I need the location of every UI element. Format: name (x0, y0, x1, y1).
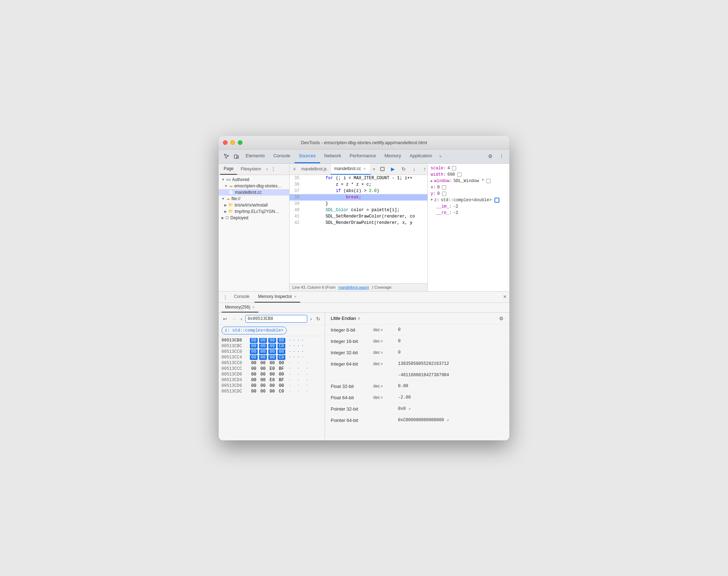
resume-script-btn[interactable]: ▶ (388, 164, 398, 174)
step-over-btn[interactable]: ↻ (399, 164, 409, 174)
tree-item-emscripten[interactable]: ▼ ☁ emscripten-dbg-stories… (219, 183, 289, 189)
arrow-icon: ▼ (222, 197, 225, 201)
float64-format-select[interactable]: dec ∨ (373, 395, 398, 400)
tab-console-bottom[interactable]: Console (230, 292, 253, 303)
status-link[interactable]: mandelbrot.wasm (338, 285, 369, 289)
memory-icon-scale[interactable] (452, 166, 456, 170)
device-toggle-btn[interactable] (231, 151, 241, 161)
int16-format-select[interactable]: dec ∨ (373, 339, 398, 344)
format-btn[interactable] (377, 164, 387, 174)
mem-row-int64-2: -4611686018427387904 (325, 370, 509, 381)
code-editor-panel: ≡ mandelbrot.js mandelbrot.cc × » (290, 164, 428, 291)
tab-mandelbrot-cc[interactable]: mandelbrot.cc × (331, 164, 371, 175)
inspect-element-btn[interactable] (222, 151, 231, 161)
more-tabs-button[interactable]: » (436, 154, 444, 159)
tab-network[interactable]: Network (320, 149, 346, 163)
memory-prev-btn[interactable]: ‹ (239, 315, 244, 322)
close-memory-inspector-tab[interactable]: × (294, 294, 296, 299)
step-into-btn[interactable]: ↓ (409, 164, 419, 174)
memory-hex-area[interactable]: 00513CB8 00 00 00 00 · · · · (219, 336, 325, 440)
memory-icon-width[interactable] (457, 173, 461, 177)
endian-select[interactable]: Little Endian ∨ (331, 316, 360, 321)
devtools-more-btn[interactable]: ⋮ (497, 151, 506, 161)
ptr64-link[interactable]: ↗ (447, 418, 449, 422)
memory-icon-y[interactable] (442, 192, 446, 196)
tab-memory-256[interactable]: Memory(256) × (222, 303, 258, 312)
folder-icon: 📁 (228, 209, 233, 214)
code-line-42: 42 SDL_RenderDrawPoint(renderer, x, y (290, 220, 427, 226)
hex-ascii-6: · · · (288, 372, 309, 377)
tree-item-file[interactable]: ▼ ☁ file:// (219, 196, 289, 202)
deployed-label: Deployed (230, 215, 248, 220)
hex-ascii-5: · · · (288, 366, 309, 371)
install-label: b/s/w/ir/x/w/install (235, 203, 268, 208)
code-line-41: 41 SDL_SetRenderDrawColor(renderer, co (290, 213, 427, 220)
close-memory-256-tab[interactable]: × (252, 305, 254, 309)
memory-refresh-btn[interactable]: ↻ (315, 315, 322, 322)
tree-item-tmp[interactable]: ▶ 📁 tmp/tmp.ELcTq2YGN… (219, 208, 289, 215)
mem-row-ptr32: Pointer 32-bit 0x0 ↗ (325, 403, 509, 415)
authored-label: Authored (232, 177, 250, 182)
more-source-tabs[interactable]: » (264, 167, 269, 171)
editor-more-tabs-btn[interactable]: » (371, 166, 377, 171)
memory-next-btn[interactable]: › (309, 315, 313, 322)
expand-icon[interactable]: ▼ (431, 198, 433, 202)
memory-settings-btn[interactable]: ⚙ (499, 316, 504, 321)
minimize-button[interactable] (230, 140, 235, 145)
endian-label: Little Endian (331, 316, 356, 321)
code-editor-body[interactable]: 35 for (; i < MAX_ITER_COUNT - 1; i++ 36… (290, 175, 427, 283)
tab-filesystem[interactable]: Filesystem (237, 164, 264, 175)
hex-bytes-4: 00 00 00 00 (250, 361, 285, 366)
svg-rect-2 (381, 167, 384, 171)
maximize-button[interactable] (238, 140, 242, 145)
hex-row-0: 00513CB8 00 00 00 00 · · · · (219, 338, 325, 343)
close-tab-btn[interactable]: × (362, 166, 366, 171)
memory-icon-window[interactable] (486, 179, 491, 183)
memory-forward-btn[interactable]: → (230, 315, 238, 322)
bottom-panel-dots[interactable]: ⋮ (222, 294, 229, 300)
memory-label-row: z: std::complex<double> (219, 325, 325, 336)
hex-ascii-3: · · · · (288, 355, 304, 360)
tab-application[interactable]: Application (405, 149, 437, 163)
tree-item-deployed[interactable]: ▶ ⬡ Deployed (219, 215, 289, 221)
tmp-label: tmp/tmp.ELcTq2YGN… (235, 209, 279, 214)
tab-memory-inspector[interactable]: Memory Inspector × (254, 292, 300, 303)
tab-sources[interactable]: Sources (295, 149, 320, 163)
tab-console[interactable]: Console (269, 149, 295, 163)
close-button[interactable] (223, 140, 228, 145)
int8-format-select[interactable]: dec ∨ (373, 327, 398, 332)
code-line-35: 35 for (; i < MAX_ITER_COUNT - 1; i++ (290, 175, 427, 181)
tab-mandelbrot-js[interactable]: mandelbrot.js (298, 164, 331, 175)
memory-back-btn[interactable]: ↩ (222, 315, 229, 322)
tree-item-mandelbrot-cc[interactable]: 📄 mandelbrot.cc (219, 189, 289, 196)
editor-nav-btn[interactable]: ≡ (291, 166, 298, 171)
memory-icon-z-highlighted[interactable] (494, 198, 499, 203)
hex-ascii-7: · · · (288, 378, 309, 383)
panel-actions-btn[interactable]: ⋮ (269, 166, 277, 172)
mem-row-float32: Float 32-bit dec ∨ 0.00 (325, 381, 509, 392)
hex-ascii-4: · · · (288, 361, 309, 366)
hex-ascii-9: · · · (288, 389, 309, 394)
tab-memory[interactable]: Memory (380, 149, 405, 163)
int64-format-select[interactable]: dec ∨ (373, 361, 398, 366)
float32-format-select[interactable]: dec ∨ (373, 384, 398, 389)
tab-elements[interactable]: Elements (241, 149, 269, 163)
tab-page[interactable]: Page (220, 164, 237, 175)
tree-item-install[interactable]: ▶ 📁 b/s/w/ir/x/w/install (219, 202, 289, 208)
debug-row-y: y: 0 (428, 191, 509, 197)
memory-inspector-content: ↩ → ‹ › ↻ z: std::complex<double> 00513C… (219, 313, 509, 440)
int32-format-select[interactable]: dec ∨ (373, 350, 398, 355)
folder-icon: 📁 (228, 203, 233, 207)
hex-bytes-7: 00 00 E0 BF (250, 378, 285, 383)
hex-row-2: 00513CC0 00 00 00 00 · · · · (219, 349, 325, 355)
tree-item-authored[interactable]: ▼ <> Authored (219, 176, 289, 183)
expand-icon[interactable]: ▶ (431, 179, 433, 183)
mem-row-ptr64: Pointer 64-bit 0xC000000000000000 ↗ (325, 415, 509, 426)
ptr32-link[interactable]: ↗ (408, 407, 411, 411)
tab-performance[interactable]: Performance (345, 149, 380, 163)
memory-icon-x[interactable] (442, 185, 446, 190)
memory-address-input[interactable] (245, 315, 308, 323)
devtools-settings-btn[interactable]: ⚙ (485, 151, 495, 161)
status-text: Line 43, Column 6 (From (292, 285, 336, 289)
close-bottom-panel-btn[interactable]: × (503, 294, 506, 300)
